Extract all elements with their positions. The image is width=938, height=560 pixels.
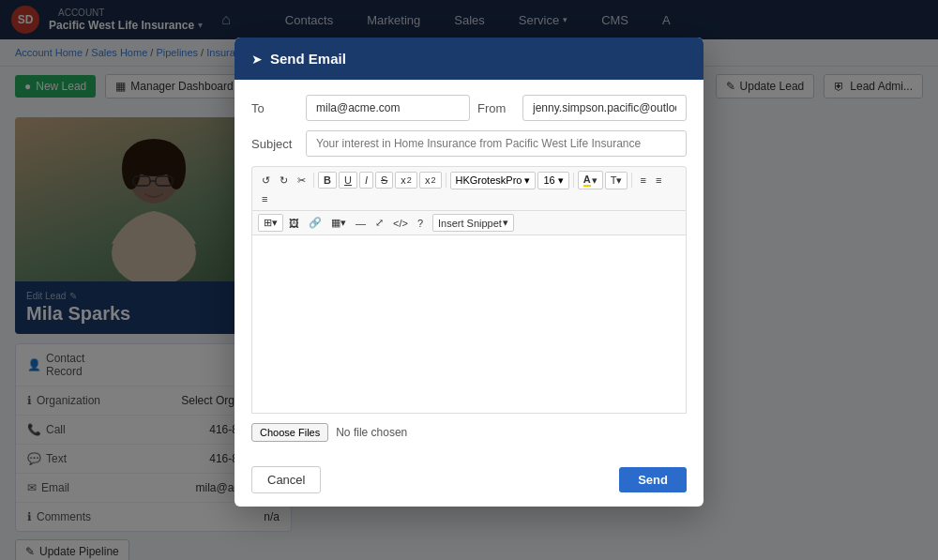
image-button[interactable]: 🖼	[285, 216, 303, 231]
choose-files-button[interactable]: Choose Files	[251, 423, 328, 442]
modal-header: ➤ Send Email	[234, 38, 704, 80]
modal-body: To From Subject ↺ ↻ ✂ B U I S x2	[234, 80, 704, 457]
ordered-list-button[interactable]: ≡	[652, 173, 665, 188]
subject-row: Subject	[251, 130, 687, 157]
help-button[interactable]: ?	[414, 216, 427, 231]
from-label: From	[477, 101, 515, 115]
font-size-dropdown[interactable]: 16 ▾	[537, 172, 568, 189]
modal-footer: Cancel Send	[234, 457, 704, 507]
unordered-list-button[interactable]: ≡	[636, 173, 649, 188]
bold-button[interactable]: B	[318, 172, 337, 189]
superscript-button[interactable]: x2	[419, 172, 442, 189]
modal-title: Send Email	[270, 51, 346, 67]
to-label: To	[251, 101, 298, 115]
send-icon: ➤	[251, 52, 263, 67]
toolbar-separator-3	[573, 173, 574, 188]
toolbar-separator-4	[631, 173, 632, 188]
indent-button[interactable]: ≡	[258, 191, 271, 206]
link-button[interactable]: 🔗	[305, 215, 325, 231]
table-button[interactable]: ⊞▾	[258, 214, 283, 232]
modal-overlay: ➤ Send Email To From Subject ↺ ↻ ✂	[0, 0, 938, 560]
toolbar-separator-1	[313, 173, 314, 188]
text-style-button[interactable]: T▾	[605, 172, 628, 189]
hr-button[interactable]: —	[352, 216, 370, 231]
editor-toolbar-row1: ↺ ↻ ✂ B U I S x2 x2 HKGroteskPro ▾ 16 ▾ …	[251, 166, 687, 211]
strikethrough-button[interactable]: S	[375, 172, 393, 189]
editor-toolbar-row2: ⊞▾ 🖼 🔗 ▦▾ — ⤢ </> ? Insert Snippet ▾	[251, 211, 687, 235]
subject-label: Subject	[251, 137, 298, 151]
font-name-dropdown[interactable]: HKGroteskPro ▾	[450, 172, 537, 189]
toolbar-separator-2	[446, 173, 446, 188]
subject-input[interactable]	[306, 130, 687, 157]
to-input[interactable]	[306, 95, 470, 121]
from-input[interactable]	[522, 95, 687, 121]
font-color-button[interactable]: A▾	[578, 171, 603, 189]
scissors-button[interactable]: ✂	[294, 173, 310, 189]
grid-button[interactable]: ▦▾	[327, 215, 350, 231]
email-editor[interactable]	[251, 235, 687, 414]
insert-snippet-button[interactable]: Insert Snippet ▾	[432, 214, 514, 232]
code-button[interactable]: </>	[389, 216, 412, 231]
fullscreen-button[interactable]: ⤢	[371, 215, 387, 231]
file-status: No file chosen	[336, 426, 407, 439]
file-chooser-row: Choose Files No file chosen	[251, 423, 687, 442]
subscript-button[interactable]: x2	[395, 172, 417, 189]
underline-button[interactable]: U	[339, 172, 357, 189]
to-from-row: To From	[251, 95, 687, 121]
redo-button[interactable]: ↻	[276, 173, 292, 189]
italic-button[interactable]: I	[359, 172, 373, 189]
cancel-button[interactable]: Cancel	[251, 466, 321, 493]
send-email-modal: ➤ Send Email To From Subject ↺ ↻ ✂	[234, 38, 704, 507]
undo-button[interactable]: ↺	[258, 173, 274, 189]
send-button[interactable]: Send	[619, 467, 687, 492]
